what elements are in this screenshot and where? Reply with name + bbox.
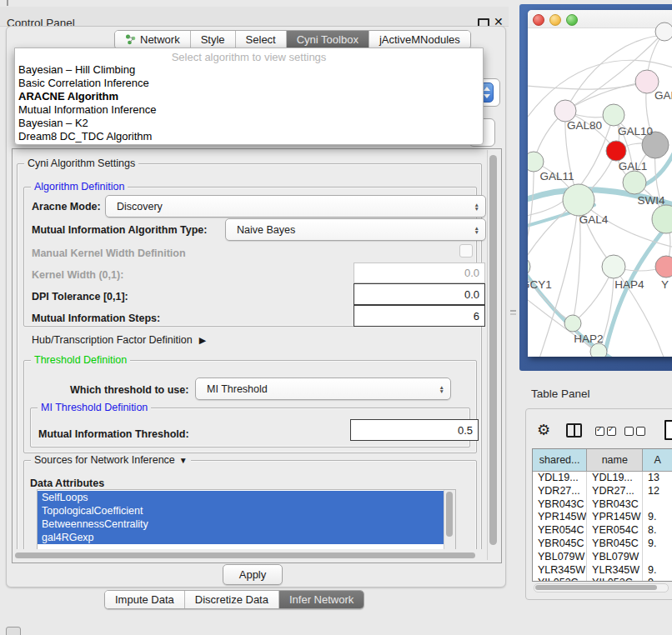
dropdown-item[interactable]: ARACNE Algorithm [15, 90, 483, 103]
tab-select[interactable]: Select [236, 31, 287, 48]
kernel-width-field[interactable]: 0.0 [354, 262, 485, 283]
deselect-all-icon[interactable] [624, 427, 645, 436]
hub-definition-expander[interactable]: Hub/Transcription Factor Definition [32, 334, 206, 346]
table-row[interactable]: YLR345WYLR345W9. [533, 564, 672, 578]
table-row[interactable]: YIL052CYIL052C9. [533, 577, 672, 582]
node-label: SWI4 [637, 194, 664, 207]
control-panel-tabs: NetworkStyleSelectCyni ToolboxjActiveMNo… [114, 30, 471, 49]
tab-impute-data[interactable]: Impute Data [105, 591, 185, 608]
mi-threshold-field[interactable]: 0.5 [350, 419, 479, 441]
table-cell: YDL19... [533, 472, 587, 485]
network-node[interactable] [655, 22, 672, 41]
table-row[interactable]: YDL19...YDL19...13 [533, 472, 672, 485]
table-cell: 8. [643, 524, 672, 538]
document-icon[interactable] [664, 420, 672, 440]
tab-style[interactable]: Style [191, 31, 236, 48]
table-cell: YBR043C [533, 498, 587, 512]
dpi-tolerance-field[interactable]: 0.0 [354, 283, 485, 305]
table-row[interactable]: YBR045CYBR045C9. [533, 538, 672, 551]
network-node[interactable] [652, 205, 672, 233]
table-cell: YBR043C [587, 498, 643, 512]
tab-jactivemnodules[interactable]: jActiveMNodules [369, 31, 470, 48]
column-header[interactable]: A [643, 449, 672, 471]
network-node[interactable] [590, 343, 607, 357]
group-title: MI Threshold Definition [38, 402, 151, 413]
list-item[interactable]: BetweennessCentrality [38, 518, 444, 531]
table-row[interactable]: YDR27...YDR27...12 [533, 485, 672, 498]
network-canvas[interactable]: GALGAL80GAL10GAL1GAL11SWI4GAL4GCY1HAP4YH… [528, 10, 672, 357]
table-cell [643, 551, 672, 564]
aracne-mode-value: Discovery [117, 201, 163, 212]
horizontal-scrollbar[interactable] [13, 551, 485, 560]
table-row[interactable]: YBR043CYBR043C [533, 498, 672, 512]
corner-button[interactable] [6, 627, 21, 635]
data-attributes-label: Data Attributes [30, 478, 104, 489]
tab-network[interactable]: Network [115, 31, 191, 48]
dropdown-item[interactable]: Basic Correlation Inference [15, 77, 483, 90]
table-cell: YDL19... [587, 472, 643, 485]
mi-threshold-label: Mutual Information Threshold: [38, 428, 189, 440]
table-cell: 9. [643, 577, 672, 582]
gear-icon[interactable] [537, 421, 550, 439]
table-cell: YDR27... [587, 485, 643, 498]
tab-nub [7, 0, 8, 6]
tab-discretize-data[interactable]: Discretize Data [185, 591, 279, 608]
network-node[interactable] [528, 152, 544, 172]
table-cell: 13 [643, 472, 672, 485]
dropdown-item[interactable]: Bayesian – K2 [15, 117, 483, 130]
table-cell: YLR345W [587, 564, 643, 578]
table-cell: YIL052C [533, 577, 587, 582]
aracne-mode-combo[interactable]: Discovery [105, 195, 486, 218]
mi-type-combo[interactable]: Naive Bayes [225, 218, 486, 241]
algorithm-dropdown-popup: Select algorithm to view settings Bayesi… [14, 48, 484, 145]
split-columns-icon[interactable] [566, 423, 582, 438]
network-node[interactable] [528, 257, 530, 277]
splitter-handle[interactable] [510, 308, 516, 316]
dropdown-prompt: Select algorithm to view settings [15, 48, 483, 63]
dropdown-item[interactable]: Dream8 DC_TDC Algorithm [15, 130, 483, 143]
dropdown-item[interactable]: Mutual Information Inference [15, 103, 483, 117]
sources-group-title[interactable]: Sources for Network Inference [31, 454, 191, 466]
tab-label: Discretize Data [195, 593, 268, 606]
network-node[interactable] [655, 256, 672, 278]
table-row[interactable]: YBL079WYBL079W [533, 551, 672, 564]
table-row[interactable]: YER054CYER054C8. [533, 524, 672, 538]
mi-steps-field[interactable]: 6 [354, 305, 485, 327]
table-cell: YBR045C [587, 538, 643, 551]
manual-kernel-label: Manual Kernel Width Definition [32, 248, 186, 259]
list-item[interactable]: gal4RGexp [38, 531, 444, 544]
network-node[interactable] [563, 184, 594, 216]
network-node[interactable] [603, 104, 624, 126]
table-row[interactable]: YPR145WYPR145W9. [533, 511, 672, 524]
column-header[interactable]: name [587, 449, 643, 471]
vertical-scrollbar[interactable] [487, 150, 499, 560]
network-node[interactable] [564, 315, 581, 332]
combo-arrows-icon [439, 385, 444, 393]
apply-button[interactable]: Apply [223, 564, 283, 585]
table-cell: YPR145W [533, 511, 587, 524]
network-node[interactable] [623, 171, 646, 194]
node-label: GAL11 [539, 170, 574, 182]
list-item[interactable]: SelfLoops [38, 491, 444, 504]
column-header[interactable]: shared... [533, 449, 587, 471]
which-threshold-label: Which threshold to use: [70, 384, 188, 396]
table-cell: 9. [643, 511, 672, 524]
tab-label: Infer Network [289, 593, 354, 606]
combo-arrows-icon [474, 202, 479, 211]
dropdown-item[interactable]: Bayesian – Hill Climbing [15, 63, 483, 77]
mi-steps-label: Mutual Information Steps: [32, 312, 160, 324]
data-attributes-list: SelfLoopsTopologicalCoefficientBetweenne… [37, 489, 456, 549]
select-all-icon[interactable] [595, 427, 616, 436]
table-horizontal-scrollbar[interactable] [534, 583, 669, 592]
list-scrollbar[interactable] [444, 490, 455, 549]
network-node[interactable] [606, 141, 626, 161]
node-label: GAL80 [567, 119, 602, 132]
tab-infer-network[interactable]: Infer Network [279, 591, 364, 608]
tab-cyni-toolbox[interactable]: Cyni Toolbox [287, 31, 369, 48]
list-item[interactable]: TopologicalCoefficient [38, 504, 444, 518]
node-label: GAL4 [579, 213, 609, 226]
network-node[interactable] [602, 255, 625, 278]
application-window: Control Panel NetworkStyleSelectCyni Too… [0, 0, 672, 635]
which-threshold-combo[interactable]: MI Threshold [195, 378, 451, 400]
manual-kernel-checkbox[interactable] [459, 244, 473, 258]
